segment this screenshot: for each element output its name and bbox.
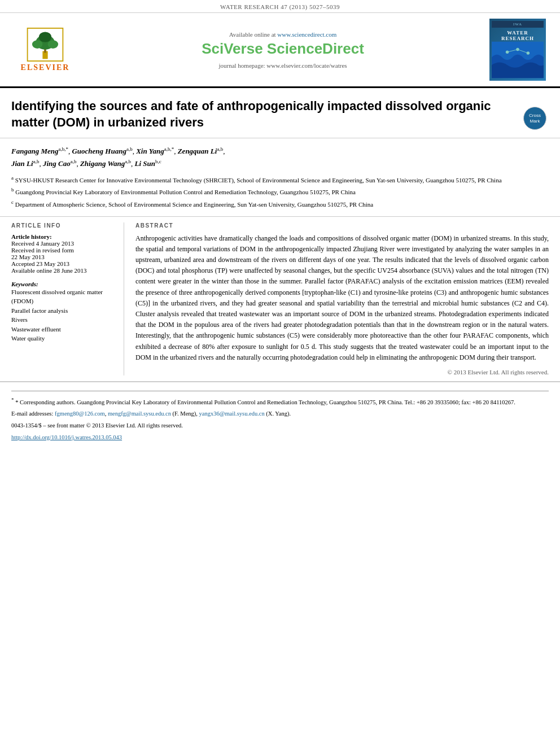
journal-homepage: journal homepage: www.elsevier.com/locat… bbox=[218, 62, 347, 69]
author-li: Li Sun bbox=[135, 159, 156, 168]
elsevier-wordmark: ELSEVIER bbox=[21, 63, 70, 72]
author-xin: Xin Yang bbox=[136, 147, 164, 155]
svg-point-10 bbox=[527, 51, 530, 55]
article-info-abstract: ARTICLE INFO Article history: Received 4… bbox=[0, 217, 560, 382]
article-info-heading: ARTICLE INFO bbox=[11, 222, 115, 229]
copyright-line: © 2013 Elsevier Ltd. All rights reserved… bbox=[135, 369, 549, 375]
available-online-date: Available online 28 June 2013 bbox=[11, 267, 115, 274]
keyword-4: Wastewater effluent bbox=[11, 325, 115, 334]
article-main-title: Identifying the sources and fate of anth… bbox=[11, 98, 515, 130]
author-jing-sup: a,b bbox=[71, 159, 77, 164]
star-symbol: * bbox=[11, 397, 14, 403]
email-fmeng-name: (F. Meng), bbox=[173, 410, 199, 417]
elsevier-tree-icon bbox=[25, 28, 65, 62]
keywords-section: Keywords: Fluorescent dissolved organic … bbox=[11, 281, 115, 343]
author-zhigang-sup: a,b bbox=[125, 159, 131, 164]
email-label: E-mail addresses: bbox=[11, 410, 55, 417]
received-date: Received 4 January 2013 bbox=[11, 240, 115, 247]
authors-line: Fangang Menga,b,*, Guocheng Huanga,b, Xi… bbox=[11, 145, 549, 170]
author-guocheng-sup: a,b bbox=[126, 146, 133, 152]
journal-cover-image: IWA WATERRESEARCH bbox=[489, 19, 546, 81]
footer-section: * * Corresponding authors. Guangdong Pro… bbox=[0, 382, 560, 451]
journal-header: ELSEVIER Available online at www.science… bbox=[0, 13, 560, 88]
affil-a-text: SYSU-HKUST Research Center for Innovativ… bbox=[15, 177, 502, 184]
svg-point-8 bbox=[506, 50, 509, 54]
affil-b-marker: b bbox=[11, 187, 14, 193]
available-online-text: Available online at www.sciencedirect.co… bbox=[229, 31, 337, 38]
author-zhigang: Zhigang Wang bbox=[80, 159, 125, 168]
sciencedirect-info: Available online at www.sciencedirect.co… bbox=[85, 19, 481, 81]
author-jian: Jian Li bbox=[11, 159, 33, 168]
article-info-column: ARTICLE INFO Article history: Received 4… bbox=[11, 222, 124, 375]
crossmark-icon: Cross Mark bbox=[522, 106, 548, 131]
affiliations: a SYSU-HKUST Research Center for Innovat… bbox=[11, 174, 549, 208]
accepted-date: Accepted 23 May 2013 bbox=[11, 260, 115, 267]
affiliation-b: b Guangdong Provincial Key Laboratory of… bbox=[11, 186, 549, 196]
crossmark-badge: Cross Mark bbox=[520, 104, 549, 132]
author-jian-sup: a,b bbox=[33, 159, 40, 164]
cover-top-bar: IWA bbox=[492, 21, 544, 28]
elsevier-logo: ELSEVIER bbox=[21, 28, 70, 72]
sciencedirect-word: ScienceDirect bbox=[267, 40, 364, 57]
journal-citation-bar: WATER RESEARCH 47 (2013) 5027–5039 bbox=[0, 0, 560, 13]
article-history-group: Article history: Received 4 January 2013… bbox=[11, 233, 115, 274]
affil-c-marker: c bbox=[11, 199, 14, 205]
email-yangx36[interactable]: yangx36@mail.sysu.edu.cn bbox=[199, 410, 265, 417]
doi-link[interactable]: http://dx.doi.org/10.1016/j.watres.2013.… bbox=[11, 434, 122, 440]
sciencedirect-link[interactable]: www.sciencedirect.com bbox=[277, 31, 336, 38]
corresponding-authors-note: * * Corresponding authors. Guangdong Pro… bbox=[11, 396, 549, 407]
keyword-3: Rivers bbox=[11, 315, 115, 325]
svg-text:Mark: Mark bbox=[530, 119, 540, 124]
journal-citation: WATER RESEARCH 47 (2013) 5027–5039 bbox=[220, 3, 340, 10]
email-fgmeng[interactable]: fgmeng80@126.com bbox=[55, 410, 105, 417]
svg-point-5 bbox=[39, 32, 51, 42]
sciverse-word: SciVerse bbox=[202, 40, 267, 57]
cover-image-area bbox=[492, 41, 544, 78]
affiliation-c: c Department of Atmospheric Science, Sch… bbox=[11, 199, 549, 209]
doi-line: http://dx.doi.org/10.1016/j.watres.2013.… bbox=[11, 433, 549, 443]
svg-text:Cross: Cross bbox=[529, 113, 541, 118]
author-zengquan: Zengquan Li bbox=[178, 147, 217, 155]
email-line: E-mail addresses: fgmeng80@126.com, meng… bbox=[11, 409, 549, 419]
issn-line: 0043-1354/$ – see front matter © 2013 El… bbox=[11, 421, 549, 431]
corresponding-note-text: * Corresponding authors. Guangdong Provi… bbox=[15, 399, 515, 405]
abstract-column: ABSTRACT Anthropogenic activities have d… bbox=[135, 222, 549, 375]
affil-c-text: Department of Atmospheric Science, Schoo… bbox=[15, 200, 373, 207]
author-li-sup: b,c bbox=[155, 159, 161, 164]
article-title-section: Identifying the sources and fate of anth… bbox=[0, 88, 560, 138]
abstract-heading: ABSTRACT bbox=[135, 222, 549, 229]
svg-point-3 bbox=[32, 40, 42, 49]
author-guocheng: Guocheng Huang bbox=[72, 147, 126, 155]
sciverse-title: SciVerse ScienceDirect bbox=[202, 40, 364, 58]
author-jing: Jing Cao bbox=[43, 159, 71, 168]
author-fangang: Fangang Meng bbox=[11, 147, 58, 155]
email-mengfg[interactable]: mengfg@mail.sysu.edu.cn bbox=[108, 410, 171, 417]
keyword-1: Fluorescent dissolved organic matter (FD… bbox=[11, 287, 115, 306]
history-label: Article history: bbox=[11, 233, 115, 240]
article-title-text: Identifying the sources and fate of anth… bbox=[11, 98, 515, 130]
cover-title: WATERRESEARCH bbox=[501, 30, 534, 41]
affil-a-marker: a bbox=[11, 175, 14, 181]
keyword-5: Water quality bbox=[11, 334, 115, 343]
email-xyang-name: (X. Yang). bbox=[266, 410, 291, 417]
keyword-2: Parallel factor analysis bbox=[11, 306, 115, 316]
affiliation-a: a SYSU-HKUST Research Center for Innovat… bbox=[11, 174, 549, 185]
footer-divider bbox=[11, 391, 549, 391]
svg-point-9 bbox=[516, 48, 519, 51]
author-zengquan-sup: a,b bbox=[217, 146, 223, 152]
affil-b-text: Guangdong Provincial Key Laboratory of E… bbox=[15, 189, 356, 195]
authors-section: Fangang Menga,b,*, Guocheng Huanga,b, Xi… bbox=[0, 138, 560, 217]
abstract-text: Anthropogenic activities have dramatical… bbox=[135, 233, 549, 363]
author-xin-sup: a,b,* bbox=[164, 146, 174, 152]
revised-date: 22 May 2013 bbox=[11, 254, 115, 260]
cover-waves-icon bbox=[492, 41, 544, 78]
keywords-label: Keywords: bbox=[11, 281, 115, 287]
svg-point-4 bbox=[48, 40, 58, 49]
elsevier-logo-area: ELSEVIER bbox=[11, 19, 79, 81]
author-fangang-sup: a,b,* bbox=[58, 146, 68, 152]
received-revised-label: Received in revised form bbox=[11, 247, 115, 254]
journal-cover-area: IWA WATERRESEARCH bbox=[487, 19, 549, 81]
